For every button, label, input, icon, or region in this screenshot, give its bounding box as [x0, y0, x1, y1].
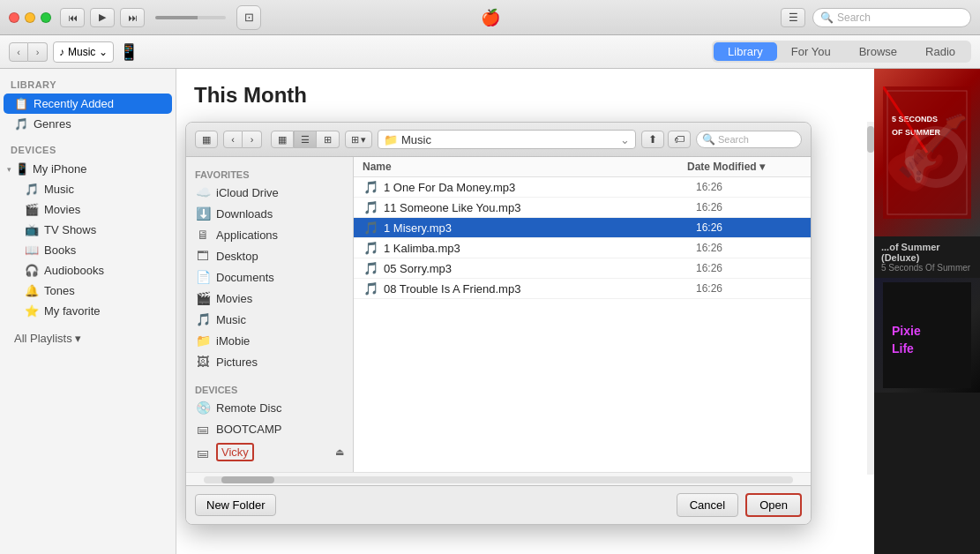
sidebar-item-genres[interactable]: 🎵 Genres [4, 114, 172, 134]
library-section-header: Library [0, 76, 176, 94]
vicky-label: Vicky [216, 443, 254, 461]
search-bar[interactable]: 🔍 Search [812, 8, 971, 27]
file-icon: 🎵 [363, 221, 378, 235]
dialog-forward-button[interactable]: › [243, 131, 262, 148]
music-label: Music [216, 313, 246, 326]
main-area: Library 📋 Recently Added 🎵 Genres Device… [0, 69, 980, 554]
scrollbar-thumb[interactable] [867, 126, 874, 153]
tag-button[interactable]: 🏷 [668, 131, 691, 148]
album-art-2: Pixie Life [874, 278, 980, 393]
file-row[interactable]: 🎵 1 One For Da Money.mp3 16:26 [354, 177, 811, 198]
device-my-iphone[interactable]: ▾ 📱 My iPhone [0, 159, 176, 179]
music-note-icon: ♪ [59, 46, 64, 58]
chevron-icon: ⌄ [99, 46, 108, 58]
sidebar-item-tones[interactable]: 🔔 Tones [4, 281, 172, 301]
file-icon: 🎵 [363, 180, 378, 194]
nav-back-forward: ‹ › [9, 42, 48, 62]
dialog-sidebar-pictures[interactable]: 🖼 Pictures [186, 351, 353, 372]
list-view-button[interactable]: ☰ [781, 8, 805, 27]
dialog-sidebar-music[interactable]: 🎵 Music [186, 309, 353, 330]
album-art-1: 🎸 5 SECONDS OF SUMMER [874, 69, 980, 236]
sidebar-item-label: Audiobooks [44, 264, 104, 277]
open-button[interactable]: Open [745, 493, 802, 517]
volume-slider[interactable] [155, 16, 226, 19]
cancel-button[interactable]: Cancel [677, 493, 738, 517]
all-playlists[interactable]: All Playlists ▾ [4, 328, 172, 348]
sidebar-item-music[interactable]: 🎵 Music [4, 179, 172, 199]
dialog-sidebar-imobie[interactable]: 📁 iMobie [186, 330, 353, 351]
dialog-path[interactable]: 📁 Music ⌄ [378, 130, 636, 149]
column-view-button[interactable]: ⊞ [317, 131, 340, 148]
dialog-sidebar-movies[interactable]: 🎬 Movies [186, 288, 353, 309]
maximize-button[interactable] [41, 12, 51, 23]
icloud-label: iCloud Drive [216, 186, 279, 199]
dialog-sidebar-remote-disc[interactable]: 💿 Remote Disc [186, 397, 353, 418]
path-chevron-icon: ⌄ [620, 133, 630, 146]
tv-icon: 📺 [25, 223, 39, 236]
file-row[interactable]: 🎵 1 Kalimba.mp3 16:26 [354, 238, 811, 258]
sidebar-item-label: My favorite [44, 304, 101, 318]
sidebar-item-recently-added[interactable]: 📋 Recently Added [4, 94, 172, 114]
play-button[interactable]: ▶ [90, 8, 115, 27]
file-dialog: ▦ ‹ › ▦ ☰ ⊞ ⊞ ▾ 📁 Music ⌄ [185, 122, 812, 525]
dialog-view-modes: ▦ ☰ ⊞ [271, 131, 340, 148]
dialog-search-bar[interactable]: 🔍 Search [696, 131, 802, 148]
pictures-icon: 🖼 [195, 355, 211, 369]
downloads-icon: ⬇️ [195, 206, 211, 221]
books-icon: 📖 [25, 243, 39, 257]
airplay-button[interactable]: ⊡ [236, 5, 261, 30]
search-icon: 🔍 [820, 11, 834, 24]
dialog-sidebar-vicky[interactable]: 🖴 Vicky ⏏ [186, 439, 353, 465]
sidebar-item-my-favorite[interactable]: ⭐ My favorite [4, 301, 172, 321]
minimize-button[interactable] [25, 12, 35, 23]
file-row[interactable]: 🎵 11 Someone Like You.mp3 16:26 [354, 198, 811, 218]
traffic-lights [9, 12, 51, 23]
file-date: 16:26 [696, 201, 802, 213]
dialog-sidebar-bootcamp[interactable]: 🖴 BOOTCAMP [186, 418, 353, 439]
sidebar-item-movies[interactable]: 🎬 Movies [4, 199, 172, 220]
bootcamp-icon: 🖴 [195, 422, 211, 436]
vertical-scrollbar[interactable] [867, 122, 874, 475]
file-row[interactable]: 🎵 08 Trouble Is A Friend.mp3 16:26 [354, 279, 811, 299]
dialog-sidebar-desktop[interactable]: 🗔 Desktop [186, 245, 353, 266]
sidebar-item-audiobooks[interactable]: 🎧 Audiobooks [4, 260, 172, 281]
new-folder-button[interactable]: New Folder [195, 494, 276, 516]
tab-browse[interactable]: Browse [845, 42, 911, 61]
dialog-sidebar-downloads[interactable]: ⬇️ Downloads [186, 203, 353, 224]
applications-icon: 🖥 [195, 228, 211, 242]
forward-button[interactable]: › [28, 42, 48, 62]
source-selector[interactable]: ♪ Music ⌄ [53, 41, 114, 63]
movies-icon: 🎬 [195, 291, 211, 305]
list-view-button[interactable]: ☰ [294, 131, 317, 148]
back-button[interactable]: ‹ [9, 42, 28, 62]
album-title: ...of Summer (Deluxe) [881, 242, 973, 263]
tab-for-you[interactable]: For You [777, 42, 845, 61]
share-button[interactable]: ⬆ [641, 131, 664, 148]
file-row-selected[interactable]: 🎵 1 Misery.mp3 16:26 [354, 218, 811, 238]
dialog-sidebar-documents[interactable]: 📄 Documents [186, 266, 353, 288]
icon-view-button[interactable]: ▦ [271, 131, 294, 148]
dialog-back-button[interactable]: ‹ [223, 131, 243, 148]
scroll-thumb[interactable] [221, 476, 274, 483]
dialog-sidebar-applications[interactable]: 🖥 Applications [186, 224, 353, 245]
dialog-sidebar-icloud[interactable]: ☁️ iCloud Drive [186, 182, 353, 203]
dialog-body: Favorites ☁️ iCloud Drive ⬇️ Downloads 🖥… [186, 157, 811, 472]
fast-forward-button[interactable]: ⏭ [120, 8, 145, 27]
eject-icon[interactable]: ⏏ [335, 446, 344, 458]
file-list-pane: Name Date Modified ▾ 🎵 1 One For Da Mone… [354, 157, 811, 472]
favorite-icon: ⭐ [25, 304, 39, 318]
sidebar-item-label: Genres [34, 117, 71, 131]
file-row[interactable]: 🎵 05 Sorry.mp3 16:26 [354, 258, 811, 279]
tab-library[interactable]: Library [714, 42, 777, 61]
horizontal-scrollbar[interactable] [204, 476, 793, 483]
device-label: My iPhone [33, 162, 86, 176]
tab-radio[interactable]: Radio [911, 42, 969, 61]
sidebar-item-books[interactable]: 📖 Books [4, 240, 172, 260]
dialog-icon-view-button[interactable]: ▦ [195, 131, 218, 148]
sidebar-item-tv-shows[interactable]: 📺 TV Shows [4, 220, 172, 240]
rewind-button[interactable]: ⏮ [60, 8, 85, 27]
arrange-button[interactable]: ⊞ ▾ [345, 131, 372, 148]
remote-disc-label: Remote Disc [216, 401, 281, 415]
devices-section-header: Devices [0, 141, 176, 159]
close-button[interactable] [9, 12, 19, 23]
